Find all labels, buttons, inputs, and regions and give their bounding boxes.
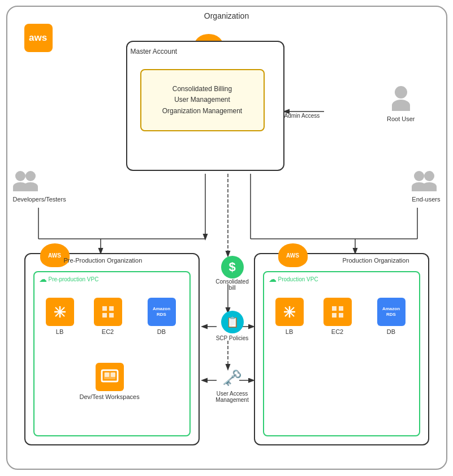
prod-lb-icon [275, 298, 304, 326]
prod-org-label: Production Organization [342, 257, 409, 264]
master-inner-text: Consolidated Billing User Management Org… [162, 84, 242, 117]
developers-label: Developers/Testers [13, 196, 64, 203]
svg-text:aws: aws [28, 32, 46, 43]
prod-lb-area: LB [275, 298, 304, 335]
prod-box: ☁ Production VPC LB [254, 253, 429, 445]
person-head [395, 86, 407, 98]
prod-db-label: DB [377, 328, 405, 335]
pre-prod-vpc-label: ☁ Pre-production VPC [39, 275, 99, 284]
svg-rect-43 [339, 313, 343, 318]
pre-prod-lb-icon [46, 298, 74, 326]
pre-prod-rds-icon: AmazonRDS [148, 298, 176, 326]
user-access-area: 🗝️ User Access Management [213, 366, 252, 403]
master-inner-box: Consolidated Billing User Management Org… [140, 69, 265, 131]
key-icon: 🗝️ [221, 366, 244, 389]
prod-vpc-label: ☁ Production VPC [269, 275, 318, 284]
root-user-area: Root User [387, 86, 415, 122]
svg-rect-27 [102, 313, 107, 318]
svg-rect-41 [339, 306, 343, 311]
aws-logo-main: aws [24, 24, 53, 52]
prod-ec2-area: EC2 [323, 298, 352, 335]
scp-policies-area: 📋 SCP Policies [215, 311, 249, 341]
pre-prod-lb-label: LB [46, 328, 74, 335]
pre-prod-ec2-label: EC2 [94, 328, 122, 335]
master-account-label: Master Account [131, 48, 178, 55]
pre-prod-workspaces-area: Dev/Test Workspaces [80, 363, 140, 400]
pre-prod-ec2-area: EC2 [94, 298, 122, 335]
consolidated-bill-area: $ Consolidated bill [215, 256, 249, 278]
prod-ec2-label: EC2 [323, 328, 352, 335]
person-body [392, 100, 410, 111]
svg-rect-42 [332, 313, 336, 318]
pre-prod-box: ☁ Pre-production VPC LB [24, 253, 200, 445]
aws-cloud-prod: AWS [278, 243, 308, 267]
end-users-icon [412, 171, 440, 194]
developers-testers-icon [13, 171, 41, 194]
end-users-label: End-users [412, 196, 440, 203]
user-access-label: User Access Management [213, 391, 252, 403]
svg-rect-25 [102, 306, 107, 311]
prod-rds-area: AmazonRDS DB [377, 298, 405, 335]
scp-policies-label: SCP Policies [215, 335, 249, 341]
pre-prod-ec2-icon [94, 298, 122, 326]
pre-prod-workspaces-icon [96, 363, 124, 391]
svg-rect-28 [109, 313, 114, 318]
end-users-area: End-users [412, 171, 440, 203]
pre-prod-db-label: DB [148, 328, 176, 335]
prod-rds-icon: AmazonRDS [377, 298, 405, 326]
pre-prod-org-label: Pre-Production Organization [64, 257, 143, 264]
pre-prod-rds-area: AmazonRDS DB [148, 298, 176, 335]
pre-prod-vpc-box: ☁ Pre-production VPC LB [33, 271, 191, 436]
developers-testers-area: Developers/Testers [13, 171, 64, 203]
svg-rect-26 [109, 306, 114, 311]
diagram-container: Organization [6, 6, 447, 470]
pre-prod-workspaces-label: Dev/Test Workspaces [80, 393, 140, 400]
root-user-label: Root User [387, 115, 415, 122]
svg-rect-32 [105, 372, 109, 377]
scp-icon: 📋 [221, 311, 244, 333]
dollar-icon: $ [221, 256, 244, 278]
svg-rect-40 [332, 306, 336, 311]
prod-vpc-box: ☁ Production VPC LB [263, 271, 420, 436]
prod-ec2-icon [323, 298, 352, 326]
svg-rect-33 [111, 372, 115, 377]
org-title: Organization [7, 7, 446, 20]
prod-lb-label: LB [275, 328, 304, 335]
pre-prod-lb-area: LB [46, 298, 74, 335]
admin-access-label: Admin Access [284, 113, 320, 119]
root-user-icon [392, 86, 410, 111]
consolidated-bill-label: Consolidated bill [215, 278, 249, 291]
